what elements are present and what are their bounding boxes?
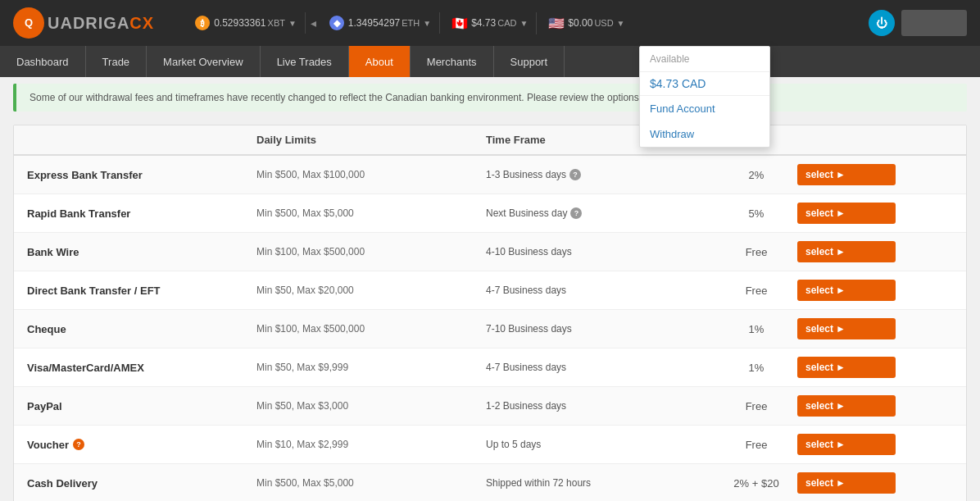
eth-unit: ETH — [402, 18, 420, 28]
withdraw-table: Daily Limits Time Frame Fee Express Bank… — [13, 125, 967, 501]
timeframe: 4-7 Business days — [486, 285, 715, 296]
limits: Min $500, Max $100,000 — [256, 169, 486, 180]
select-button[interactable]: select ► — [797, 434, 896, 455]
method-name: Bank Wire — [27, 246, 256, 258]
timeframe: 4-7 Business days — [486, 362, 715, 373]
table-row: Cheque Min $100, Max $500,000 7-10 Busin… — [14, 310, 966, 348]
usd-stat[interactable]: 🇺🇸 $0.00 USD ▼ — [540, 12, 633, 34]
select-button[interactable]: select ► — [797, 395, 896, 417]
nav-merchants[interactable]: Merchants — [411, 46, 494, 77]
btc-value: 0.52933361 — [214, 17, 265, 29]
btc-unit: XBT — [268, 18, 285, 28]
fee: 2% — [715, 169, 797, 181]
separator-arrow: ◂ — [311, 16, 316, 30]
dropdown-cad-value[interactable]: $4.73 CAD — [640, 72, 769, 96]
nav-about[interactable]: About — [349, 46, 411, 77]
nav-dashboard[interactable]: Dashboard — [0, 46, 86, 77]
timeframe: 7-10 Business days — [486, 323, 715, 335]
main-content: Daily Limits Time Frame Fee Express Bank… — [0, 118, 980, 501]
logo-text: UADRIGACX — [48, 14, 154, 33]
info-banner: Some of our withdrawal fees and timefram… — [13, 84, 967, 112]
timeframe: Shipped within 72 hours — [486, 477, 715, 489]
table-row: Cash Delivery Min $500, Max $5,000 Shipp… — [14, 464, 966, 501]
timeframe: Up to 5 days — [486, 439, 715, 450]
timeframe: 1-3 Business days ? — [486, 169, 715, 180]
usd-unit: USD — [594, 18, 613, 28]
fee: Free — [715, 285, 797, 297]
table-row: Voucher ? Min $10, Max $2,999 Up to 5 da… — [14, 426, 966, 464]
cad-stat[interactable]: 🇨🇦 $4.73 CAD ▼ — [443, 12, 537, 34]
eth-value: 1.34954297 — [348, 17, 400, 29]
fee: 1% — [715, 323, 797, 335]
limits: Min $50, Max $20,000 — [256, 285, 486, 296]
cad-unit: CAD — [497, 18, 516, 28]
method-name: Cheque — [27, 323, 256, 335]
btc-stat[interactable]: ₿ 0.52933361 XBT ▼ — [187, 12, 306, 34]
nav-support[interactable]: Support — [494, 46, 565, 77]
usd-arrow: ▼ — [617, 19, 625, 28]
eth-arrow: ▼ — [423, 19, 431, 28]
select-button[interactable]: select ► — [797, 280, 896, 301]
timeframe: 1-2 Business days — [486, 400, 715, 412]
nav-live-trades[interactable]: Live Trades — [261, 46, 349, 77]
table-row: Express Bank Transfer Min $500, Max $100… — [14, 156, 966, 194]
table-header: Daily Limits Time Frame Fee — [14, 125, 966, 156]
nav-trade[interactable]: Trade — [86, 46, 147, 77]
table-row: Bank Wire Min $100, Max $500,000 4-10 Bu… — [14, 233, 966, 271]
header: Q UADRIGACX ₿ 0.52933361 XBT ▼ ◂ ◆ 1.349… — [0, 0, 980, 46]
method-name: Cash Delivery — [27, 477, 256, 490]
table-row: Rapid Bank Transfer Min $500, Max $5,000… — [14, 194, 966, 233]
cad-flag-icon: 🇨🇦 — [451, 16, 468, 31]
fee: 2% + $20 — [715, 477, 797, 490]
header-right: ⏻ — [869, 10, 967, 36]
select-button[interactable]: select ► — [797, 472, 896, 494]
method-name: PayPal — [27, 400, 256, 412]
cad-dropdown: Available $4.73 CAD Fund Account Withdra… — [639, 46, 770, 148]
cad-arrow: ▼ — [519, 19, 528, 28]
method-name: Direct Bank Transfer / EFT — [27, 285, 256, 297]
limits: Min $50, Max $3,000 — [256, 400, 486, 412]
timeframe: Next Business day ? — [486, 207, 715, 219]
voucher-info-icon[interactable]: ? — [73, 439, 84, 450]
banner-text: Some of our withdrawal fees and timefram… — [29, 92, 669, 103]
usd-value: $0.00 — [568, 17, 592, 29]
timeframe-info-icon[interactable]: ? — [569, 169, 581, 180]
power-button[interactable]: ⏻ — [869, 10, 895, 36]
svg-text:Q: Q — [25, 16, 33, 29]
dropdown-available-label: Available — [640, 47, 769, 72]
fee: Free — [715, 400, 797, 412]
select-button[interactable]: select ► — [797, 357, 896, 378]
method-name: Voucher ? — [27, 439, 256, 451]
btc-arrow: ▼ — [288, 19, 297, 28]
limits: Min $10, Max $2,999 — [256, 439, 486, 450]
method-name: Visa/MasterCard/AMEX — [27, 362, 256, 374]
logo[interactable]: Q UADRIGACX — [13, 7, 154, 39]
select-button[interactable]: select ► — [797, 164, 896, 185]
nav-market-overview[interactable]: Market Overview — [147, 46, 261, 77]
th-action — [797, 134, 896, 146]
fee: 5% — [715, 207, 797, 220]
eth-stat[interactable]: ◆ 1.34954297 ETH ▼ — [321, 12, 440, 34]
th-method — [27, 134, 256, 146]
user-avatar — [901, 10, 967, 36]
fee: Free — [715, 246, 797, 258]
logo-icon: Q — [13, 7, 44, 39]
fee: Free — [715, 439, 797, 451]
btc-icon: ₿ — [195, 16, 210, 30]
select-button[interactable]: select ► — [797, 241, 896, 262]
select-button[interactable]: select ► — [797, 203, 896, 224]
limits: Min $100, Max $500,000 — [256, 323, 486, 335]
dropdown-withdraw[interactable]: Withdraw — [640, 121, 769, 147]
table-row: PayPal Min $50, Max $3,000 1-2 Business … — [14, 387, 966, 426]
nav: Dashboard Trade Market Overview Live Tra… — [0, 46, 980, 77]
limits: Min $50, Max $9,999 — [256, 362, 486, 373]
limits: Min $500, Max $5,000 — [256, 477, 486, 489]
eth-icon: ◆ — [329, 16, 344, 30]
table-row: Direct Bank Transfer / EFT Min $50, Max … — [14, 271, 966, 310]
select-button[interactable]: select ► — [797, 318, 896, 339]
cad-value: $4.73 — [471, 17, 496, 29]
th-daily-limits: Daily Limits — [256, 134, 486, 146]
limits: Min $500, Max $5,000 — [256, 207, 486, 219]
dropdown-fund-account[interactable]: Fund Account — [640, 96, 769, 121]
timeframe-info-icon[interactable]: ? — [570, 207, 582, 219]
